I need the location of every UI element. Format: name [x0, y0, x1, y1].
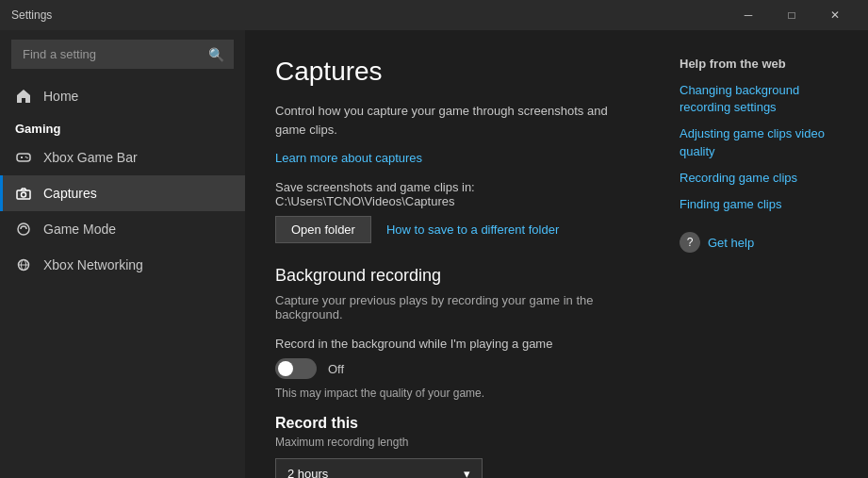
- recording-length-dropdown[interactable]: 2 hours ▾: [275, 458, 483, 478]
- home-icon: [15, 88, 32, 105]
- help-link-3[interactable]: Finding game clips: [680, 196, 849, 213]
- background-record-toggle[interactable]: [275, 358, 317, 379]
- learn-more-link[interactable]: Learn more about captures: [275, 151, 422, 165]
- svg-rect-0: [17, 154, 30, 161]
- get-help-icon: ?: [680, 232, 700, 253]
- help-link-2[interactable]: Recording game clips: [680, 170, 849, 187]
- toggle-warning-text: This may impact the quality of your game…: [275, 387, 631, 400]
- toggle-state-label: Off: [328, 362, 344, 376]
- sidebar-item-home-label: Home: [43, 89, 78, 104]
- folder-controls: Open folder How to save to a different f…: [275, 216, 631, 243]
- page-title: Captures: [275, 57, 631, 87]
- record-this-subtitle: Maximum recording length: [275, 436, 631, 449]
- sidebar-item-home[interactable]: Home: [0, 78, 245, 114]
- bg-recording-title: Background recording: [275, 266, 631, 286]
- search-container: 🔍: [11, 40, 234, 69]
- sidebar-section-gaming: Gaming: [0, 114, 245, 140]
- sidebar: 🔍 Home Gaming Xbox G: [0, 30, 245, 478]
- network-icon: [15, 256, 32, 273]
- sidebar-item-captures[interactable]: Captures: [0, 175, 245, 211]
- help-link-0[interactable]: Changing background recording settings: [680, 82, 849, 116]
- help-panel-title: Help from the web: [680, 57, 849, 71]
- sidebar-item-game-mode-label: Game Mode: [43, 222, 116, 237]
- svg-point-7: [18, 223, 29, 235]
- content-area: Captures Control how you capture your ga…: [245, 30, 661, 478]
- page-description: Control how you capture your game throug…: [275, 102, 631, 139]
- dropdown-chevron-icon: ▾: [464, 467, 470, 478]
- open-folder-button[interactable]: Open folder: [275, 216, 371, 243]
- help-panel: Help from the web Changing background re…: [661, 30, 868, 478]
- sidebar-item-game-mode[interactable]: Game Mode: [0, 211, 245, 247]
- main-container: 🔍 Home Gaming Xbox G: [0, 30, 868, 478]
- maximize-button[interactable]: □: [770, 0, 813, 30]
- bg-recording-desc: Capture your previous plays by recording…: [275, 293, 631, 321]
- record-this-title: Record this: [275, 415, 631, 432]
- titlebar: Settings ─ □ ✕: [0, 0, 868, 30]
- titlebar-controls: ─ □ ✕: [727, 0, 857, 30]
- svg-point-4: [26, 157, 28, 159]
- titlebar-title: Settings: [11, 8, 727, 22]
- how-to-save-link[interactable]: How to save to a different folder: [386, 223, 559, 237]
- toggle-row-label: Record in the background while I'm playi…: [275, 337, 631, 351]
- close-button[interactable]: ✕: [813, 0, 857, 30]
- sidebar-item-xbox-net-label: Xbox Networking: [43, 257, 143, 272]
- search-input[interactable]: [11, 40, 234, 69]
- gamepad-icon: [15, 149, 32, 166]
- search-icon: 🔍: [208, 47, 224, 62]
- help-link-1[interactable]: Adjusting game clips video quality: [680, 125, 849, 159]
- background-record-toggle-row: Off: [275, 358, 631, 379]
- camera-icon: [15, 185, 32, 202]
- sidebar-item-xbox-game-bar[interactable]: Xbox Game Bar: [0, 140, 245, 175]
- dropdown-value: 2 hours: [287, 467, 328, 478]
- game-mode-icon: [15, 221, 32, 238]
- get-help-button[interactable]: ? Get help: [680, 232, 849, 253]
- sidebar-item-xbox-networking[interactable]: Xbox Networking: [0, 247, 245, 283]
- save-path-text: Save screenshots and game clips in: C:\U…: [275, 180, 631, 208]
- sidebar-item-xgb-label: Xbox Game Bar: [43, 150, 138, 165]
- toggle-knob: [278, 361, 293, 376]
- get-help-label: Get help: [708, 236, 754, 250]
- svg-point-6: [22, 192, 26, 197]
- minimize-button[interactable]: ─: [727, 0, 770, 30]
- svg-point-3: [25, 157, 27, 158]
- sidebar-item-captures-label: Captures: [43, 186, 97, 201]
